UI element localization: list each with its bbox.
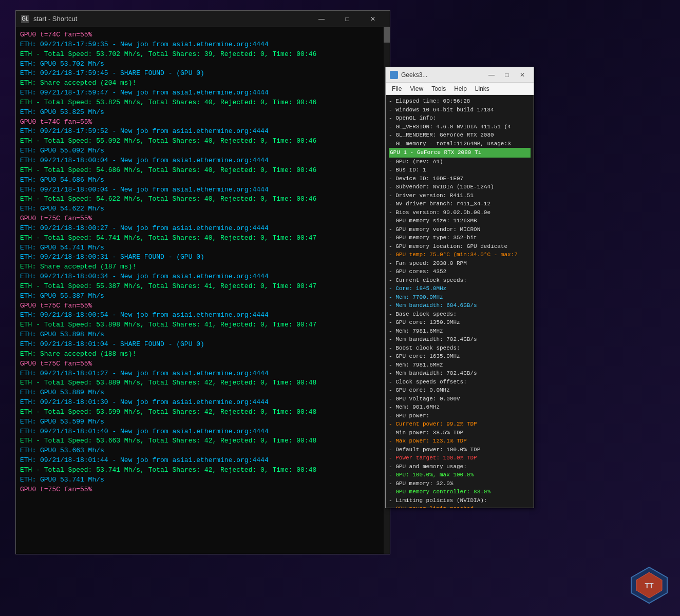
geeks-titlebar: Geeks3... — □ ✕ bbox=[386, 67, 534, 83]
terminal-line: ETH - Total Speed: 53.889 Mh/s, Total Sh… bbox=[20, 378, 386, 388]
terminal-line: ETH: 09/21/18-18:01:30 - New job from as… bbox=[20, 398, 386, 408]
terminal-line: ETH: GPU0 55.387 Mh/s bbox=[20, 292, 386, 301]
terminal-line: ETH: 09/21/18-18:01:27 - New job from as… bbox=[20, 369, 386, 379]
menu-help[interactable]: Help bbox=[450, 84, 471, 93]
terminal-line: GPU0 t=75C fan=55% bbox=[20, 301, 386, 311]
geeks-line: - GPU memory vendor: MICRON bbox=[389, 225, 531, 234]
geeks-line: - Boost clock speeds: bbox=[389, 344, 531, 353]
terminal-line: GPU0 t=75C fan=55% bbox=[20, 214, 386, 224]
minimize-button[interactable]: — bbox=[310, 12, 333, 26]
terminal-line: ETH - Total Speed: 55.387 Mh/s, Total Sh… bbox=[20, 282, 386, 292]
geeks-line: - Mem bandwidth: 684.6GB/s bbox=[389, 301, 531, 310]
terminal-line: ETH - Total Speed: 55.092 Mh/s, Total Sh… bbox=[20, 137, 386, 146]
terminal-line: ETH: 09/21/18-18:01:44 - New job from as… bbox=[20, 456, 386, 466]
geeks-line: - GPU power limit reached bbox=[389, 505, 531, 508]
terminal-line: ETH: GPU0 55.092 Mh/s bbox=[20, 146, 386, 156]
terminal-line: ETH: 09/21/18-17:59:52 - New job from as… bbox=[20, 127, 386, 137]
terminal-line: ETH: Share accepted (188 ms)! bbox=[20, 350, 386, 359]
terminal-line: ETH - Total Speed: 53.741 Mh/s, Total Sh… bbox=[20, 466, 386, 475]
menu-links[interactable]: Links bbox=[471, 84, 494, 93]
menu-view[interactable]: View bbox=[406, 84, 427, 93]
geeks-line: - Min power: 38.5% TDP bbox=[389, 429, 531, 437]
terminal-controls[interactable]: — □ ✕ bbox=[310, 12, 385, 26]
geeks-line: - GPU memory controller: 83.0% bbox=[389, 488, 531, 496]
terminal-line: ETH - Total Speed: 53.702 Mh/s, Total Sh… bbox=[20, 50, 386, 60]
geeks-line: - GPU: (rev: A1) bbox=[389, 158, 531, 166]
geeks-line: - Windows 10 64-bit build 17134 bbox=[389, 106, 531, 114]
geeks-line: - Mem: 7981.6MHz bbox=[389, 361, 531, 370]
terminal-line: ETH: 09/21/18-18:00:54 - New job from as… bbox=[20, 311, 386, 320]
geeks-line: - GPU core: 1635.0MHz bbox=[389, 352, 531, 361]
terminal-titlebar: GL start - Shortcut — □ ✕ bbox=[16, 11, 390, 27]
terminal-line: ETH: GPU0 53.741 Mh/s bbox=[20, 475, 386, 485]
terminal-line: ETH - Total Speed: 53.825 Mh/s, Total Sh… bbox=[20, 98, 386, 108]
terminal-line: ETH: 09/21/18-18:00:04 - New job from as… bbox=[20, 156, 386, 166]
terminal-line: ETH: 09/21/18-17:59:35 - New job from as… bbox=[20, 40, 386, 50]
scrollbar-thumb[interactable] bbox=[384, 27, 390, 43]
terminal-line: ETH: 09/21/18-17:59:45 - SHARE FOUND - (… bbox=[20, 69, 386, 79]
geeks-line: - GPU memory location: GPU dedicate bbox=[389, 242, 531, 251]
geeks-close-button[interactable]: ✕ bbox=[515, 69, 530, 81]
geeks-line: - OpenGL info: bbox=[389, 114, 531, 123]
geeks-line: - Mem bandwidth: 702.4GB/s bbox=[389, 369, 531, 378]
maximize-button[interactable]: □ bbox=[335, 12, 359, 26]
geeks-line: - Mem: 901.6MHz bbox=[389, 403, 531, 412]
geeks-line: GPU 1 - GeForce RTX 2080 Ti bbox=[389, 148, 531, 158]
terminal-line: GPU0 t=74C fan=55% bbox=[20, 118, 386, 127]
terminal-line: ETH: 09/21/18-17:59:47 - New job from as… bbox=[20, 88, 386, 98]
terminal-line: ETH: 09/21/18-18:00:27 - New job from as… bbox=[20, 224, 386, 234]
terminal-line: ETH - Total Speed: 54.686 Mh/s, Total Sh… bbox=[20, 166, 386, 176]
geeks-line: - Mem bandwidth: 702.4GB/s bbox=[389, 335, 531, 344]
geeks-line: - GPU: 100.0%, max 100.0% bbox=[389, 471, 531, 479]
geeks-line: - GL_RENDERER: GeForce RTX 2080 bbox=[389, 131, 531, 140]
terminal-line: ETH: GPU0 54.686 Mh/s bbox=[20, 176, 386, 185]
geeks-line: - GPU power: bbox=[389, 412, 531, 420]
close-button[interactable]: ✕ bbox=[361, 12, 385, 26]
geeks-window: Geeks3... — □ ✕ File View Tools Help Lin… bbox=[385, 67, 534, 508]
terminal-line: ETH: 09/21/18-18:00:04 - New job from as… bbox=[20, 185, 386, 195]
geeks-line: - GPU memory size: 11263MB bbox=[389, 217, 531, 225]
geeks-line: - GL_VERSION: 4.6.0 NVIDIA 411.51 (4 bbox=[389, 123, 531, 131]
geeks-line: - Subvendor: NVIDIA (10DE-12A4) bbox=[389, 183, 531, 191]
menu-file[interactable]: File bbox=[388, 84, 406, 93]
terminal-line: ETH: GPU0 53.702 Mh/s bbox=[20, 60, 386, 69]
geeks-line: - Power target: 100.0% TDP bbox=[389, 454, 531, 463]
terminal-line: GPU0 t=75C fan=55% bbox=[20, 359, 386, 369]
geeks-line: - Current power: 99.2% TDP bbox=[389, 420, 531, 429]
terminal-line: GPU0 t=75C fan=55% bbox=[20, 485, 386, 495]
geeks-line: - Max power: 123.1% TDP bbox=[389, 437, 531, 446]
terminal-title: GL start - Shortcut bbox=[21, 15, 77, 23]
geeks-line: - Default power: 100.0% TDP bbox=[389, 446, 531, 454]
geeks-line: - Mem: 7700.0MHz bbox=[389, 293, 531, 302]
geeks-line: - Fan speed: 2038.0 RPM bbox=[389, 259, 531, 268]
geeks-line: - Bios version: 90.02.0b.00.0e bbox=[389, 208, 531, 217]
geeks-maximize-button[interactable]: □ bbox=[500, 69, 514, 81]
terminal-line: ETH - Total Speed: 54.622 Mh/s, Total Sh… bbox=[20, 195, 386, 204]
geeks-line: - GPU cores: 4352 bbox=[389, 267, 531, 276]
terminal-line: ETH: 09/21/18-18:01:04 - SHARE FOUND - (… bbox=[20, 340, 386, 350]
terminal-line: GPU0 t=74C fan=55% bbox=[20, 30, 386, 40]
geeks-line: - Core: 1845.0MHz bbox=[389, 284, 531, 293]
terminal-line: ETH: GPU0 53.889 Mh/s bbox=[20, 388, 386, 398]
geeks-body: - Elapsed time: 00:56:28- Windows 10 64-… bbox=[386, 95, 534, 508]
corner-logo: TT bbox=[629, 565, 670, 606]
geeks-line: - Driver version: R411.51 bbox=[389, 191, 531, 200]
geeks-line: - Elapsed time: 00:56:28 bbox=[389, 97, 531, 106]
terminal-line: ETH: GPU0 53.898 Mh/s bbox=[20, 330, 386, 340]
desktop: GL start - Shortcut — □ ✕ GPU0 t=74C fan… bbox=[0, 0, 680, 616]
terminal-body: GPU0 t=74C fan=55%ETH: 09/21/18-17:59:35… bbox=[16, 27, 390, 554]
geeks-line: - Device ID: 10DE-1E07 bbox=[389, 175, 531, 183]
terminal-line: ETH: 09/21/18-18:00:34 - New job from as… bbox=[20, 272, 386, 282]
geeks-icon bbox=[390, 71, 398, 79]
geeks-line: - Bus ID: 1 bbox=[389, 166, 531, 175]
geeks-line: - GL memory - total:11264MB, usage:3 bbox=[389, 140, 531, 148]
geeks-minimize-button[interactable]: — bbox=[484, 69, 499, 81]
geeks-title-text: Geeks3... bbox=[401, 71, 427, 79]
geeks-line: - Current clock speeds: bbox=[389, 276, 531, 285]
menu-tools[interactable]: Tools bbox=[427, 84, 450, 93]
terminal-line: ETH: Share accepted (204 ms)! bbox=[20, 79, 386, 88]
terminal-line: ETH: GPU0 53.599 Mh/s bbox=[20, 417, 386, 427]
terminal-line: ETH: GPU0 53.825 Mh/s bbox=[20, 108, 386, 118]
geeks-controls[interactable]: — □ ✕ bbox=[484, 69, 530, 81]
terminal-line: ETH: GPU0 54.741 Mh/s bbox=[20, 243, 386, 253]
